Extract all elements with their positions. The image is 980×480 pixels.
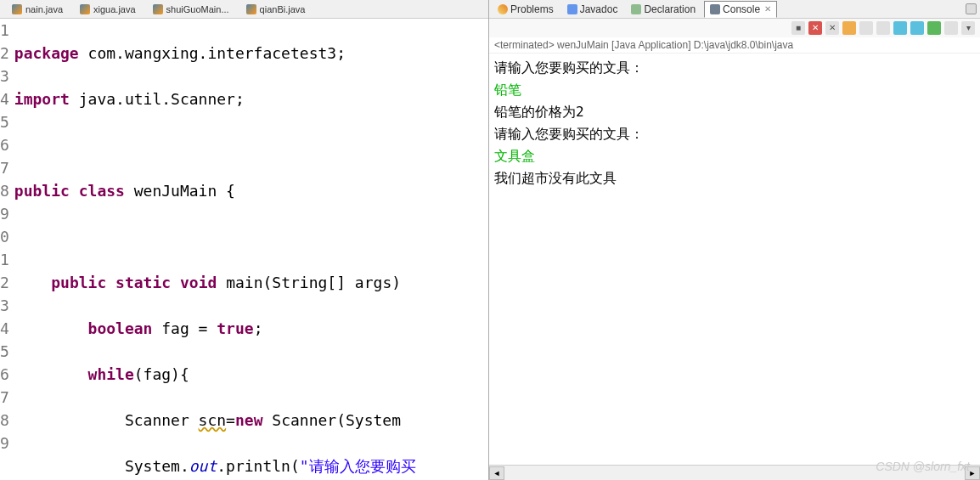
scroll-right-icon[interactable]: ► <box>965 466 980 480</box>
java-icon <box>12 4 22 14</box>
horizontal-scrollbar[interactable]: ◄ ► <box>489 465 980 480</box>
editor-pane: nain.java xigua.java shuiGuoMain... qian… <box>0 0 488 480</box>
declaration-icon <box>631 4 641 14</box>
console-pane: Problems Javadoc Declaration Console✕ ■ … <box>488 0 980 480</box>
output-line: 请输入您要购买的文具： <box>494 57 975 79</box>
tab-declaration[interactable]: Declaration <box>626 2 701 17</box>
scroll-lock-button[interactable] <box>859 21 873 35</box>
output-line: 请输入您要购买的文具： <box>494 123 975 145</box>
java-icon <box>246 4 256 14</box>
java-icon <box>80 4 90 14</box>
output-line: 铅笔的价格为2 <box>494 101 975 123</box>
input-line: 铅笔 <box>494 79 975 101</box>
tab-console[interactable]: Console✕ <box>704 1 777 18</box>
console-output[interactable]: 请输入您要购买的文具： 铅笔 铅笔的价格为2 请输入您要购买的文具： 文具盒 我… <box>489 54 980 465</box>
open-console-button[interactable] <box>910 21 924 35</box>
clear-console-button[interactable] <box>842 21 856 35</box>
pin-console-button[interactable] <box>876 21 890 35</box>
tab-qianbi[interactable]: qianBi.java <box>238 3 314 16</box>
remove-terminated-button[interactable]: ✕ <box>808 21 822 35</box>
line-gutter: 1234567890123456789 <box>0 19 13 480</box>
code-area[interactable]: 1234567890123456789 package com.wangxing… <box>0 19 488 480</box>
terminated-label: <terminated> wenJuMain [Java Application… <box>489 37 980 54</box>
input-line: 文具盒 <box>494 145 975 167</box>
terminate-button[interactable]: ■ <box>791 21 805 35</box>
close-icon[interactable]: ✕ <box>764 4 771 14</box>
view-tabs: Problems Javadoc Declaration Console✕ <box>489 0 980 19</box>
remove-all-button[interactable]: ✕ <box>825 21 839 35</box>
new-console-button[interactable] <box>927 21 941 35</box>
tab-nain[interactable]: nain.java <box>3 3 71 16</box>
java-icon <box>153 4 163 14</box>
editor-tabs: nain.java xigua.java shuiGuoMain... qian… <box>0 0 488 19</box>
scroll-left-icon[interactable]: ◄ <box>489 466 504 480</box>
tab-xigua[interactable]: xigua.java <box>71 3 144 16</box>
code-content[interactable]: package com.wangxing.interfacetest3; imp… <box>13 19 488 480</box>
minimize-icon[interactable] <box>966 3 977 14</box>
console-icon <box>710 4 720 14</box>
javadoc-icon <box>567 4 577 14</box>
tab-shuiguomain[interactable]: shuiGuoMain... <box>144 3 238 16</box>
console-toolbar: ■ ✕ ✕ ▾ <box>489 19 980 37</box>
tab-problems[interactable]: Problems <box>493 2 559 17</box>
tab-javadoc[interactable]: Javadoc <box>562 2 623 17</box>
menu-button[interactable]: ▾ <box>961 21 975 35</box>
problems-icon <box>498 4 508 14</box>
output-line: 我们超市没有此文具 <box>494 167 975 189</box>
display-selected-button[interactable] <box>893 21 907 35</box>
toggle-button[interactable] <box>944 21 958 35</box>
